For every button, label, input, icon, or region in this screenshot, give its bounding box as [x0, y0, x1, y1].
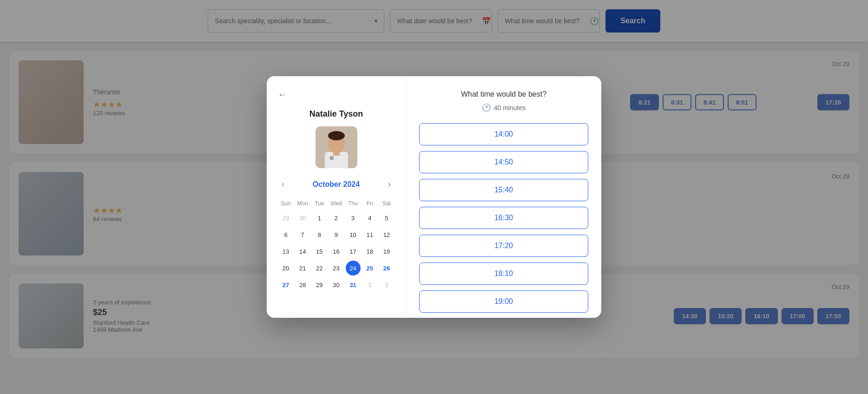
week-5: 27 28 29 30 31 1 2 [278, 277, 395, 292]
day-tue: Tue [311, 198, 327, 209]
duration-info: 🕐 40 minutes [419, 103, 588, 112]
week-4: 20 21 22 23 24 25 26 [278, 261, 395, 276]
cal-day[interactable]: 30 [295, 210, 310, 225]
next-month-button[interactable]: › [384, 177, 395, 191]
time-slot-1810[interactable]: 18:10 [419, 263, 588, 285]
cal-day[interactable]: 13 [278, 244, 293, 259]
calendar-grid: Sun Mon Tue Wed Thu Fri Sat 29 30 1 2 [278, 198, 395, 292]
day-mon: Mon [295, 198, 310, 209]
cal-day[interactable]: 16 [329, 244, 343, 259]
cal-day[interactable]: 26 [379, 261, 394, 276]
cal-day[interactable]: 21 [295, 261, 310, 276]
time-question: What time would be best? [419, 90, 588, 98]
week-3: 13 14 15 16 17 18 19 [278, 244, 395, 259]
back-button[interactable]: ← [278, 90, 286, 100]
background-page: ▾ 📅 🕐 Search Theranist ★★★★ 120 reviews … [0, 0, 868, 394]
prev-month-button[interactable]: ‹ [278, 177, 288, 191]
day-wed: Wed [328, 198, 344, 209]
cal-day[interactable]: 20 [278, 261, 293, 276]
calendar-month-label: October 2024 [313, 180, 360, 189]
calendar-panel: ← Natalie Tyson [267, 76, 406, 318]
cal-day[interactable]: 23 [329, 261, 343, 276]
time-slot-1400[interactable]: 14:00 [419, 123, 588, 145]
time-slot-1450[interactable]: 14:50 [419, 151, 588, 173]
cal-day[interactable]: 19 [379, 244, 394, 259]
cal-day[interactable]: 17 [346, 244, 361, 259]
svg-rect-4 [333, 152, 340, 156]
cal-day[interactable]: 8 [312, 227, 327, 242]
cal-day[interactable]: 28 [295, 277, 310, 292]
svg-point-5 [330, 156, 334, 160]
svg-point-3 [328, 131, 345, 140]
cal-day[interactable]: 31 [346, 277, 361, 292]
cal-day[interactable]: 2 [329, 210, 343, 225]
cal-day-selected[interactable]: 24 [346, 261, 361, 276]
day-thu: Thu [345, 198, 361, 209]
time-slot-1630[interactable]: 16:30 [419, 207, 588, 229]
booking-modal: ← Natalie Tyson [267, 76, 601, 318]
modal-overlay: ← Natalie Tyson [0, 0, 868, 394]
cal-day[interactable]: 27 [278, 277, 293, 292]
cal-day[interactable]: 5 [379, 210, 394, 225]
day-headers: Sun Mon Tue Wed Thu Fri Sat [278, 198, 395, 209]
cal-day[interactable]: 4 [362, 210, 377, 225]
doctor-name: Natalie Tyson [278, 109, 395, 119]
time-slot-1720[interactable]: 17:20 [419, 235, 588, 257]
cal-day[interactable]: 1 [362, 277, 377, 292]
cal-day[interactable]: 15 [312, 244, 327, 259]
duration-label: 40 minutes [494, 104, 526, 112]
cal-day[interactable]: 29 [278, 210, 293, 225]
avatar-svg [316, 126, 357, 168]
week-2: 6 7 8 9 10 11 12 [278, 227, 395, 242]
cal-day[interactable]: 11 [362, 227, 377, 242]
doctor-avatar [316, 126, 357, 168]
cal-day[interactable]: 7 [295, 227, 310, 242]
cal-day[interactable]: 9 [329, 227, 343, 242]
day-sat: Sat [379, 198, 395, 209]
cal-day[interactable]: 18 [362, 244, 377, 259]
cal-day[interactable]: 10 [346, 227, 361, 242]
calendar-header: ‹ October 2024 › [278, 177, 395, 191]
day-sun: Sun [278, 198, 294, 209]
cal-day[interactable]: 29 [312, 277, 327, 292]
cal-day[interactable]: 3 [346, 210, 361, 225]
cal-day[interactable]: 14 [295, 244, 310, 259]
cal-day[interactable]: 2 [379, 277, 394, 292]
cal-day[interactable]: 1 [312, 210, 327, 225]
cal-day[interactable]: 12 [379, 227, 394, 242]
cal-day[interactable]: 6 [278, 227, 293, 242]
time-slot-1900[interactable]: 19:00 [419, 290, 588, 313]
cal-day[interactable]: 25 [362, 261, 377, 276]
cal-day[interactable]: 30 [329, 277, 343, 292]
time-panel: What time would be best? 🕐 40 minutes 14… [406, 76, 601, 318]
duration-clock-icon: 🕐 [482, 103, 491, 112]
day-fri: Fri [362, 198, 378, 209]
cal-day[interactable]: 22 [312, 261, 327, 276]
week-1: 29 30 1 2 3 4 5 [278, 210, 395, 225]
time-slot-1540[interactable]: 15:40 [419, 179, 588, 201]
